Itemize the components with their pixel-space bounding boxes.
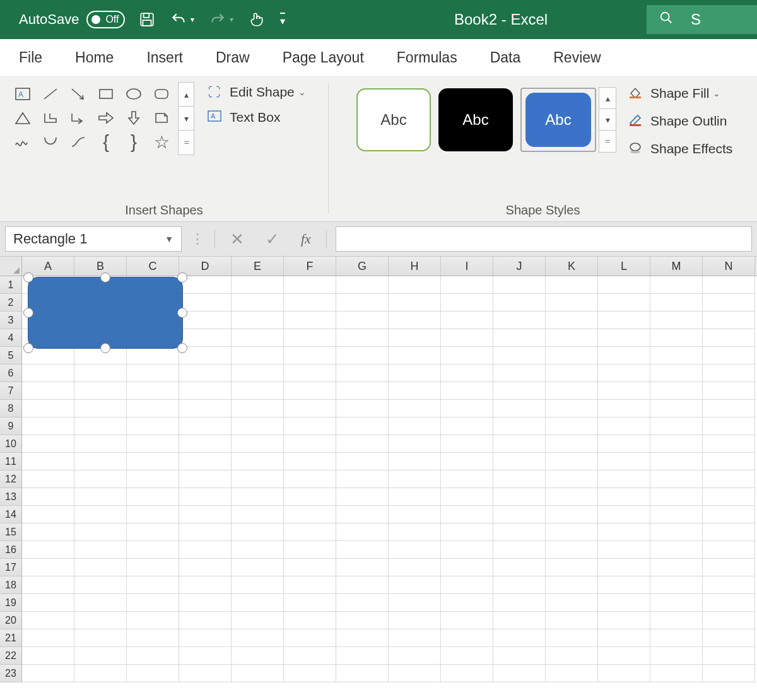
cell[interactable] [284,453,336,470]
shape-effects-button[interactable]: Shape Effects [626,140,732,158]
cell[interactable] [336,435,389,453]
cell[interactable] [232,506,284,523]
cell[interactable] [703,629,755,647]
cell[interactable] [127,506,179,523]
cell[interactable] [703,417,755,435]
cell[interactable] [232,453,284,470]
cell[interactable] [703,647,755,665]
cell[interactable] [441,435,493,453]
shape-curve-icon[interactable] [64,130,92,154]
cell[interactable] [179,541,232,559]
col-header[interactable]: L [598,257,650,276]
cell[interactable] [703,365,755,382]
style-swatch-3-selected[interactable]: Abc [520,88,596,152]
resize-handle-br[interactable] [177,343,187,353]
cell[interactable] [493,576,546,594]
cell[interactable] [232,629,284,647]
cell[interactable] [179,594,232,612]
cell[interactable] [127,400,179,417]
cell[interactable] [441,506,493,523]
shape-left-brace-icon[interactable]: { [92,130,120,154]
cell[interactable] [127,541,179,559]
row-header[interactable]: 18 [0,576,22,594]
cell[interactable] [336,312,389,329]
cell[interactable] [598,594,650,612]
cell[interactable] [441,576,493,594]
shape-rounded-rect-icon[interactable] [148,82,175,106]
cell[interactable] [493,594,546,612]
cell[interactable] [284,470,336,488]
cell[interactable] [493,365,546,382]
cell[interactable] [22,400,74,417]
cell[interactable] [284,417,336,435]
col-header[interactable]: G [336,257,389,276]
cell[interactable] [546,276,598,294]
cell[interactable] [179,647,232,665]
row-header[interactable]: 7 [0,382,22,400]
style-more-button[interactable]: ＝ [599,131,616,152]
cell[interactable] [22,647,74,665]
cell[interactable] [703,400,755,417]
cell[interactable] [703,382,755,400]
cell[interactable] [598,506,650,523]
cell[interactable] [546,488,598,506]
cell[interactable] [232,541,284,559]
resize-handle-tl[interactable] [23,272,33,283]
cell[interactable] [598,329,650,347]
cell[interactable] [74,523,127,541]
cell[interactable] [598,400,650,417]
cell[interactable] [650,559,703,576]
row-header[interactable]: 23 [0,665,22,682]
cell[interactable] [493,647,546,665]
cell[interactable] [493,417,546,435]
cell[interactable] [650,470,703,488]
cell[interactable] [22,435,74,453]
cell[interactable] [650,400,703,417]
cell[interactable] [74,488,127,506]
style-swatch-2[interactable]: Abc [438,88,513,151]
cell[interactable] [179,629,232,647]
cell[interactable] [546,400,598,417]
cell[interactable] [336,365,389,382]
cell[interactable] [493,470,546,488]
cell[interactable] [284,665,336,682]
cell[interactable] [703,470,755,488]
cell[interactable] [650,453,703,470]
cell[interactable] [74,470,127,488]
shape-arc-icon[interactable] [37,130,64,154]
cell[interactable] [22,665,74,682]
row-header[interactable]: 4 [0,329,22,347]
cell[interactable] [74,365,127,382]
cell[interactable] [546,347,598,365]
cell[interactable] [232,470,284,488]
cell[interactable] [441,541,493,559]
cell[interactable] [650,347,703,365]
col-header[interactable]: C [127,257,179,276]
cell[interactable] [284,382,336,400]
cell[interactable] [179,400,232,417]
enter-formula-button[interactable]: ✓ [259,230,286,249]
cell[interactable] [284,347,336,365]
cell[interactable] [232,276,284,294]
shape-right-arrow-icon[interactable] [92,106,120,130]
shape-line-icon[interactable] [37,82,64,106]
cell[interactable] [389,347,441,365]
shape-folded-corner-icon[interactable] [148,106,175,130]
cell[interactable] [493,435,546,453]
edit-shape-button[interactable]: ⛶ Edit Shape ⌄ [206,85,306,100]
cell[interactable] [441,329,493,347]
cell[interactable] [284,629,336,647]
cell[interactable] [232,523,284,541]
gallery-up-button[interactable]: ▴ [179,83,194,107]
cell[interactable] [441,488,493,506]
col-header[interactable]: K [546,257,598,276]
cell[interactable] [493,347,546,365]
cell[interactable] [336,400,389,417]
cell[interactable] [284,523,336,541]
cell[interactable] [74,541,127,559]
col-header[interactable]: J [493,257,546,276]
cell[interactable] [650,329,703,347]
row-header[interactable]: 10 [0,435,22,453]
cell[interactable] [232,435,284,453]
name-box-dropdown-icon[interactable]: ▼ [165,234,173,244]
